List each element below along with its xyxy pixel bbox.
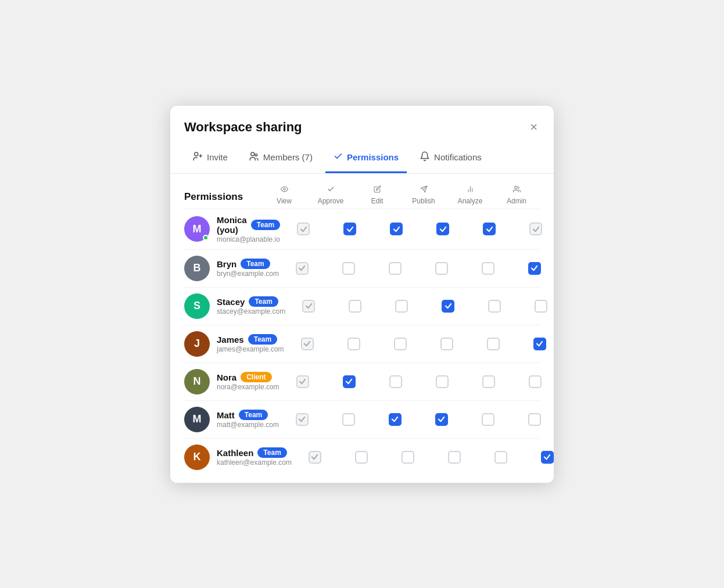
user-email-stacey: stacey@example.com <box>217 307 285 315</box>
checkbox-kathleen-admin[interactable] <box>541 451 554 464</box>
tab-notifications[interactable]: Notifications <box>411 145 490 174</box>
tab-permissions[interactable]: Permissions <box>325 146 407 173</box>
tab-notifications-label: Notifications <box>434 152 482 162</box>
checkbox-monica-admin <box>529 223 542 235</box>
checkbox-bryn-admin[interactable] <box>528 262 541 275</box>
checkbox-kathleen-analyze[interactable] <box>494 451 507 464</box>
user-info-james: JJamesTeamjames@example.com <box>184 331 284 357</box>
cb-cell-bryn-publish <box>418 262 465 275</box>
col-header-analyze: Analyze <box>447 185 493 209</box>
checkbox-james-edit[interactable] <box>394 338 407 350</box>
avatar-wrap-bryn: B <box>184 256 210 281</box>
permissions-section: Permissions View Approve E <box>170 174 554 483</box>
checkbox-stacey-approve[interactable] <box>349 300 361 313</box>
checkbox-stacey-admin[interactable] <box>535 300 547 313</box>
cb-cell-bryn-approve <box>325 262 372 275</box>
cb-cell-stacey-view <box>285 300 332 313</box>
col-header-publish: Publish <box>400 185 447 209</box>
tab-members[interactable]: Members (7) <box>241 145 321 174</box>
checkbox-nora-edit[interactable] <box>389 375 402 388</box>
checkbox-bryn-approve[interactable] <box>342 262 355 275</box>
cb-cell-nora-analyze <box>465 375 512 388</box>
checkbox-bryn-publish[interactable] <box>435 262 448 275</box>
user-badge-stacey: Team <box>249 296 278 307</box>
cb-cell-james-edit <box>377 338 424 350</box>
user-email-bryn: bryn@example.com <box>217 270 279 278</box>
user-text-bryn: BrynTeambryn@example.com <box>217 259 279 278</box>
modal-header: Workspace sharing × <box>170 106 554 136</box>
permissions-check-icon <box>334 152 343 163</box>
checkbox-kathleen-publish[interactable] <box>448 451 461 464</box>
checkbox-bryn-edit[interactable] <box>389 262 402 275</box>
checkbox-james-view <box>301 338 314 350</box>
checkbox-james-admin[interactable] <box>533 338 546 350</box>
checkbox-bryn-analyze[interactable] <box>482 262 494 275</box>
checkbox-kathleen-edit[interactable] <box>402 451 414 464</box>
cb-cell-james-view <box>284 338 331 350</box>
cb-cell-monica-admin <box>512 223 554 235</box>
members-icon <box>249 151 259 164</box>
checkbox-monica-analyze[interactable] <box>483 223 496 235</box>
checkbox-matt-admin[interactable] <box>528 413 541 426</box>
checkbox-matt-analyze[interactable] <box>482 413 494 426</box>
checkbox-matt-approve[interactable] <box>342 413 355 426</box>
user-badge-matt: Team <box>239 410 268 420</box>
cb-cell-matt-publish <box>418 413 465 426</box>
col-header-approve: Approve <box>307 185 354 209</box>
checkbox-stacey-edit[interactable] <box>395 300 408 313</box>
invite-icon <box>192 151 203 164</box>
cb-cell-james-analyze <box>470 338 517 350</box>
avatar-wrap-nora: N <box>184 369 210 395</box>
close-button[interactable]: × <box>528 119 540 136</box>
user-name-nora: NoraClient <box>217 372 279 382</box>
checkbox-monica-approve[interactable] <box>343 223 356 235</box>
user-email-nora: nora@example.com <box>217 383 279 391</box>
tabs-bar: Invite Members (7) Permissions Notificat… <box>170 136 554 174</box>
user-email-monica: monica@planable.io <box>217 235 280 243</box>
cb-cell-monica-approve <box>327 223 373 235</box>
cb-cell-stacey-admin <box>518 300 554 313</box>
checkbox-nora-analyze[interactable] <box>482 375 495 388</box>
checkbox-stacey-view <box>302 300 315 313</box>
cb-cell-stacey-edit <box>378 300 425 313</box>
tab-members-label: Members (7) <box>263 152 313 162</box>
user-badge-bryn: Team <box>241 259 270 269</box>
checkbox-james-analyze[interactable] <box>487 338 500 350</box>
user-row-stacey: SStaceyTeamstacey@example.com <box>184 287 540 325</box>
checkbox-nora-publish[interactable] <box>436 375 449 388</box>
avatar-wrap-monica: M <box>184 216 210 242</box>
user-row-james: JJamesTeamjames@example.com <box>184 325 540 363</box>
cb-cell-nora-publish <box>419 375 465 388</box>
user-text-nora: NoraClientnora@example.com <box>217 372 279 391</box>
avatar-stacey: S <box>184 293 210 319</box>
checkbox-kathleen-approve[interactable] <box>355 451 368 464</box>
checkbox-monica-edit[interactable] <box>390 223 403 235</box>
checkbox-monica-publish[interactable] <box>436 223 449 235</box>
checkbox-nora-approve[interactable] <box>343 375 356 388</box>
checkbox-bryn-view <box>296 262 309 275</box>
tab-invite[interactable]: Invite <box>184 145 236 174</box>
checkbox-nora-view <box>296 375 309 388</box>
cb-cell-nora-edit <box>372 375 419 388</box>
cb-cell-kathleen-analyze <box>478 451 524 464</box>
avatar-wrap-matt: M <box>184 407 210 432</box>
checkbox-matt-edit[interactable] <box>389 413 402 426</box>
user-row-bryn: BBrynTeambryn@example.com <box>184 249 540 287</box>
checkbox-matt-publish[interactable] <box>435 413 448 426</box>
online-dot-monica <box>203 235 209 241</box>
cb-cell-monica-edit <box>373 223 420 235</box>
cb-cell-kathleen-admin <box>524 451 554 464</box>
checkbox-james-publish[interactable] <box>440 338 453 350</box>
checkbox-stacey-analyze[interactable] <box>488 300 501 313</box>
user-row-kathleen: KKathleenTeamkathleen@example.com <box>184 438 540 476</box>
avatar-bryn: B <box>184 256 210 281</box>
user-badge-monica: Team <box>251 220 280 230</box>
col-header-edit: Edit <box>354 185 400 209</box>
checkbox-monica-view <box>297 223 310 235</box>
checkbox-stacey-publish[interactable] <box>442 300 454 313</box>
avatar-wrap-kathleen: K <box>184 444 210 470</box>
checkbox-james-approve[interactable] <box>347 338 360 350</box>
checkbox-nora-admin[interactable] <box>529 375 542 388</box>
avatar-matt: M <box>184 407 210 432</box>
cb-cell-matt-analyze <box>465 413 511 426</box>
